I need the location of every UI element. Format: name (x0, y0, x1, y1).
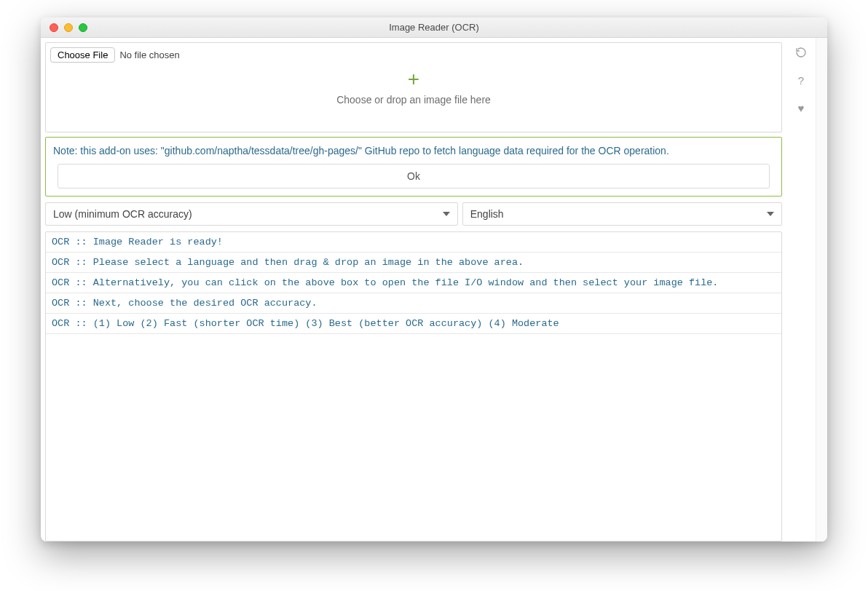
accuracy-select[interactable]: Low (minimum OCR accuracy) (45, 202, 458, 226)
image-drop-zone[interactable]: Choose File No file chosen + Choose or d… (45, 42, 782, 132)
file-input-row: Choose File No file chosen (50, 47, 180, 63)
reload-icon[interactable] (794, 45, 808, 60)
log-output: OCR :: Image Reader is ready! OCR :: Ple… (45, 231, 782, 542)
choose-file-button[interactable]: Choose File (50, 47, 115, 63)
log-line: OCR :: Next, choose the desired OCR accu… (46, 293, 781, 314)
content-area: Choose File No file chosen + Choose or d… (41, 38, 827, 542)
file-status-text: No file chosen (119, 49, 179, 60)
info-note-text: Note: this add-on uses: "github.com/napt… (53, 145, 774, 156)
drop-prompt: Choose or drop an image file here (336, 94, 491, 106)
heart-icon[interactable]: ♥ (794, 100, 808, 115)
log-line: OCR :: (1) Low (2) Fast (shorter OCR tim… (46, 314, 781, 334)
ok-button[interactable]: Ok (58, 164, 770, 189)
zoom-window-button[interactable] (79, 23, 87, 32)
help-icon[interactable]: ? (794, 73, 808, 87)
chevron-down-icon (767, 212, 774, 216)
log-line: OCR :: Alternatively, you can click on t… (46, 273, 781, 293)
traffic-lights (41, 23, 87, 32)
accuracy-selected-value: Low (minimum OCR accuracy) (53, 208, 192, 220)
language-select[interactable]: English (462, 202, 782, 226)
right-sidebar: ? ♥ (786, 38, 816, 542)
chevron-down-icon (443, 212, 450, 216)
language-selected-value: English (470, 208, 504, 220)
log-line: OCR :: Image Reader is ready! (46, 232, 781, 253)
app-window: Image Reader (OCR) Choose File No file c… (41, 17, 827, 542)
plus-icon: + (408, 69, 419, 90)
main-panel: Choose File No file chosen + Choose or d… (41, 38, 786, 542)
vertical-scrollbar[interactable] (816, 38, 827, 542)
close-window-button[interactable] (50, 23, 58, 32)
info-note: Note: this add-on uses: "github.com/napt… (45, 137, 782, 197)
window-title: Image Reader (OCR) (41, 22, 827, 33)
log-line: OCR :: Please select a language and then… (46, 253, 781, 273)
titlebar: Image Reader (OCR) (41, 17, 827, 38)
minimize-window-button[interactable] (64, 23, 73, 32)
select-row: Low (minimum OCR accuracy) English (45, 202, 782, 226)
